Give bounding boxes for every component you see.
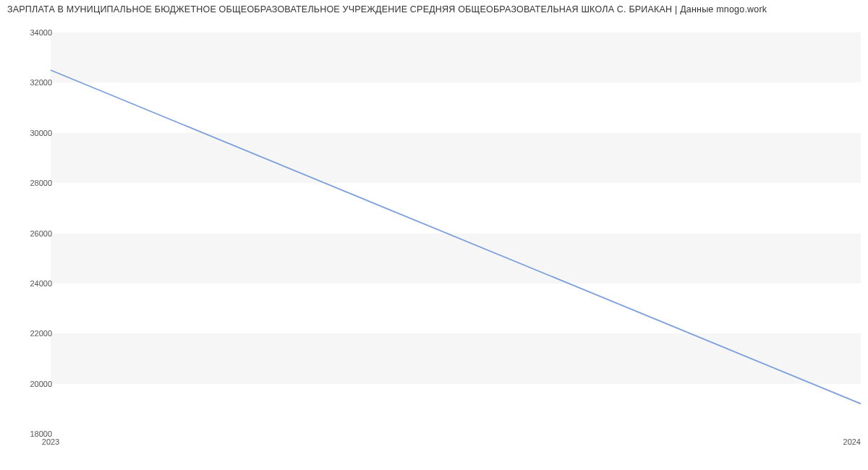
y-tick-label: 20000 xyxy=(16,380,52,388)
x-tick-label: 2024 xyxy=(843,437,861,446)
y-tick-label: 22000 xyxy=(16,329,52,338)
x-tick-label: 2023 xyxy=(42,437,59,446)
y-tick-label: 32000 xyxy=(16,78,52,87)
y-tick-label: 28000 xyxy=(16,179,52,187)
chart-title: ЗАРПЛАТА В МУНИЦИПАЛЬНОЕ БЮДЖЕТНОЕ ОБЩЕО… xyxy=(0,0,868,14)
svg-line-0 xyxy=(51,70,861,403)
line-series xyxy=(51,33,861,434)
y-tick-label: 34000 xyxy=(16,28,52,37)
y-tick-label: 30000 xyxy=(16,129,52,137)
chart-plot-area xyxy=(51,33,861,434)
y-tick-label: 24000 xyxy=(16,279,52,288)
y-tick-label: 26000 xyxy=(16,229,52,238)
